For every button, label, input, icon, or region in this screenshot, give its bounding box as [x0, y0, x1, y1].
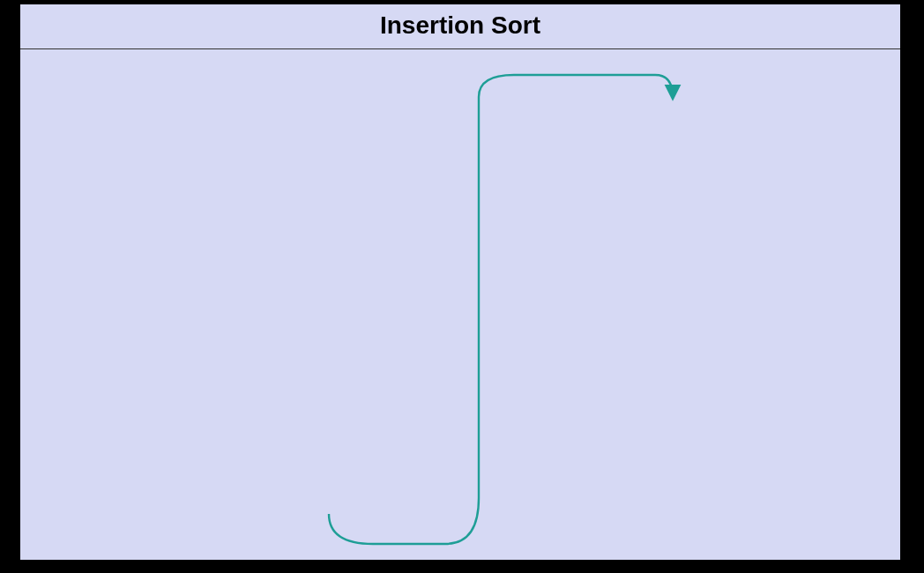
diagram-title: Insertion Sort [20, 4, 900, 49]
column-connector-arrow [20, 4, 902, 562]
columns [20, 49, 900, 69]
canvas: Insertion Sort [0, 0, 924, 573]
diagram-panel: Insertion Sort [19, 4, 901, 561]
